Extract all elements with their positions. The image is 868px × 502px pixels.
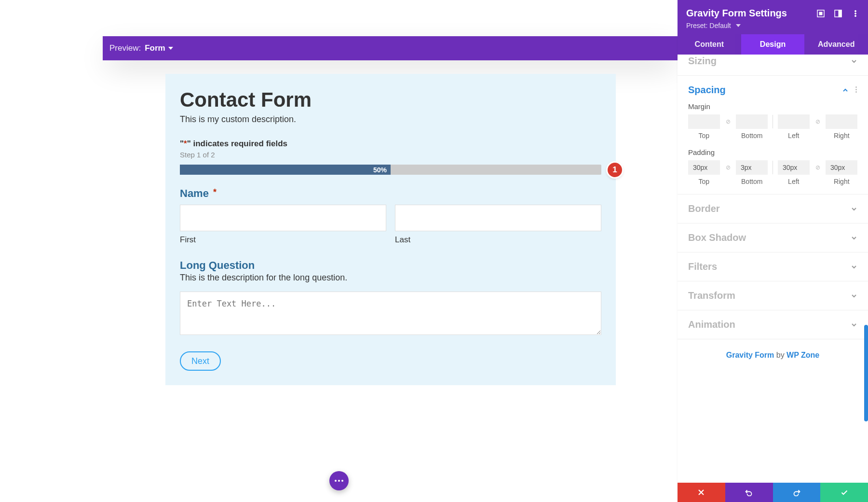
form-card: 1 Contact Form This is my custom descrip…: [165, 74, 616, 385]
link-icon[interactable]: ⊘: [724, 164, 732, 171]
section-box-shadow[interactable]: Box Shadow: [678, 223, 868, 252]
name-row: First Last: [180, 205, 601, 245]
attribution-author-link[interactable]: WP Zone: [787, 351, 819, 359]
divider: [773, 115, 773, 128]
attribution-product-link[interactable]: Gravity Form: [726, 351, 774, 359]
annotation-badge: 1: [608, 163, 622, 177]
form-title: Contact Form: [180, 88, 601, 112]
preview-label: Preview:: [109, 43, 141, 53]
section-sizing[interactable]: Sizing: [678, 55, 868, 76]
progress-fill: 50%: [180, 165, 391, 175]
padding-inputs: ⊘ ⊘: [688, 160, 857, 175]
padding-labels: Top Bottom Left Right: [688, 178, 857, 185]
section-header-spacing[interactable]: Spacing: [688, 84, 857, 96]
first-name-input[interactable]: [180, 205, 386, 231]
section-title: Sizing: [688, 56, 851, 67]
panel-title: Gravity Form Settings: [686, 8, 817, 19]
next-button[interactable]: Next: [180, 351, 221, 371]
panel-header: Gravity Form Settings Preset: Default: [678, 0, 868, 34]
required-note: "*" indicates required fields: [180, 139, 601, 149]
margin-right-input[interactable]: [826, 114, 857, 129]
preview-area: Preview: Form 1 Contact Form This is my …: [103, 36, 678, 502]
margin-labels: Top Bottom Left Right: [688, 132, 857, 139]
section-title: Border: [688, 203, 851, 214]
first-name-sublabel: First: [180, 235, 386, 245]
asterisk-icon: *: [184, 139, 187, 148]
dock-icon[interactable]: [834, 10, 842, 17]
chevron-down-icon: [851, 235, 857, 241]
last-name-input[interactable]: [395, 205, 601, 231]
section-title: Spacing: [688, 84, 842, 96]
svg-point-4: [855, 10, 856, 12]
step-indicator: Step 1 of 2: [180, 151, 601, 159]
chevron-down-icon: [736, 24, 741, 27]
section-animation[interactable]: Animation: [678, 310, 868, 339]
long-question-label: Long Question: [180, 259, 601, 272]
link-icon[interactable]: ⊘: [814, 164, 822, 171]
undo-button[interactable]: [725, 483, 773, 502]
section-title: Box Shadow: [688, 232, 851, 243]
tab-advanced[interactable]: Advanced: [804, 34, 868, 55]
section-filters[interactable]: Filters: [678, 252, 868, 281]
margin-inputs: ⊘ ⊘: [688, 114, 857, 129]
margin-left-input[interactable]: [778, 114, 810, 129]
section-title: Filters: [688, 261, 851, 272]
long-question-desc: This is the description for the long que…: [180, 273, 601, 283]
section-transform[interactable]: Transform: [678, 281, 868, 310]
link-icon[interactable]: ⊘: [814, 118, 822, 125]
tab-design[interactable]: Design: [741, 34, 805, 55]
panel-tabs: Content Design Advanced: [678, 34, 868, 55]
chevron-down-icon[interactable]: [168, 47, 173, 50]
link-icon[interactable]: ⊘: [724, 118, 732, 125]
padding-label: Padding: [688, 148, 857, 156]
form-description: This is my custom description.: [180, 114, 601, 125]
cancel-button[interactable]: [678, 483, 725, 502]
divider: [773, 161, 773, 174]
margin-top-input[interactable]: [688, 114, 720, 129]
progress-bar: 50%: [180, 165, 601, 175]
preview-header: Preview: Form: [103, 36, 678, 60]
attribution: Gravity Form by WP Zone: [678, 339, 868, 379]
padding-right-input[interactable]: [826, 160, 857, 175]
more-options-fab[interactable]: [329, 471, 349, 490]
padding-left-input[interactable]: [778, 160, 810, 175]
asterisk-icon: *: [213, 187, 217, 197]
section-spacing: Spacing Margin ⊘ ⊘ Top Bot: [678, 76, 868, 195]
svg-point-6: [855, 15, 856, 16]
section-title: Animation: [688, 319, 851, 330]
name-field-label: Name *: [180, 187, 601, 200]
kebab-menu-icon[interactable]: [852, 10, 859, 17]
chevron-up-icon: [842, 87, 849, 94]
svg-rect-3: [839, 10, 841, 17]
settings-panel: Gravity Form Settings Preset: Default Co…: [678, 0, 868, 502]
chevron-down-icon: [851, 293, 857, 299]
margin-bottom-input[interactable]: [736, 114, 768, 129]
margin-label: Margin: [688, 102, 857, 111]
redo-button[interactable]: [773, 483, 821, 502]
save-button[interactable]: [820, 483, 868, 502]
padding-top-input[interactable]: [688, 160, 720, 175]
section-title: Transform: [688, 290, 851, 301]
kebab-menu-icon[interactable]: [855, 86, 857, 94]
svg-rect-1: [819, 12, 822, 15]
last-name-sublabel: Last: [395, 235, 601, 245]
panel-footer: [678, 483, 868, 502]
chevron-down-icon: [851, 264, 857, 270]
long-question-textarea[interactable]: [180, 292, 601, 335]
chevron-down-icon: [851, 321, 857, 328]
tab-content[interactable]: Content: [678, 34, 741, 55]
svg-point-5: [855, 13, 856, 14]
panel-body: Sizing Spacing Margin ⊘ ⊘: [678, 55, 868, 483]
progress-percent: 50%: [373, 166, 387, 174]
padding-bottom-input[interactable]: [736, 160, 768, 175]
chevron-down-icon: [851, 58, 857, 65]
preset-selector[interactable]: Preset: Default: [686, 22, 859, 29]
chevron-down-icon: [851, 206, 857, 212]
section-border[interactable]: Border: [678, 195, 868, 223]
scrollbar-thumb[interactable]: [864, 325, 868, 421]
preview-value[interactable]: Form: [145, 43, 165, 53]
expand-icon[interactable]: [817, 10, 825, 17]
